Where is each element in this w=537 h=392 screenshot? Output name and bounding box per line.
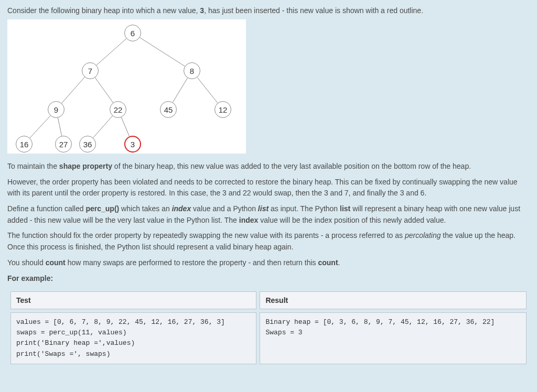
heap-edge [197, 78, 218, 103]
para-count: You should count how many swaps are perf… [7, 257, 530, 269]
para-percolate: The function should fix the order proper… [7, 230, 530, 253]
intro-part-c: , has just been inserted - this new valu… [204, 6, 423, 15]
heap-node-36: 36 [79, 136, 96, 153]
intro-bold: 3 [200, 6, 204, 15]
p4-b: percolating [405, 231, 441, 239]
p5-b: count [46, 258, 66, 267]
para-define: Define a function called perc_up() which… [7, 203, 530, 226]
heap-node-45: 45 [160, 101, 177, 118]
question-page: Consider the following binary heap into … [0, 0, 537, 373]
intro-text: Consider the following binary heap into … [7, 5, 530, 16]
heap-node-6: 6 [124, 25, 141, 41]
p1-b: shape property [59, 162, 112, 170]
for-example-label: For example: [7, 273, 530, 285]
heap-edge [121, 117, 130, 137]
p1-c: of the binary heap, this new value was a… [112, 162, 471, 170]
heap-edges-svg [7, 19, 246, 154]
intro-part-a: Consider the following binary heap into … [7, 6, 200, 15]
example-table: Test Result values = [0, 6, 7, 8, 9, 22,… [7, 288, 530, 367]
p3-b: perc_up() [85, 204, 119, 213]
heap-node-8: 8 [184, 62, 200, 79]
p4-a: The function should fix the order proper… [7, 231, 405, 239]
test-code: values = [0, 6, 7, 8, 9, 22, 45, 12, 16,… [16, 317, 251, 360]
heap-edge [173, 78, 187, 103]
para-shape: To maintain the shape property of the bi… [7, 161, 530, 172]
p3-d: index [172, 204, 191, 213]
heap-edge [58, 118, 61, 136]
p3-c: which takes an [119, 204, 171, 213]
heap-edge [139, 38, 185, 67]
td-test: values = [0, 6, 7, 8, 9, 22, 45, 12, 16,… [10, 312, 256, 364]
heap-edge [93, 116, 113, 138]
heap-node-7: 7 [82, 62, 99, 79]
p3-e: value and a Python [191, 204, 258, 213]
result-code: Binary heap = [0, 3, 6, 8, 9, 7, 45, 12,… [265, 317, 521, 338]
heap-node-12: 12 [214, 101, 231, 118]
heap-node-27: 27 [55, 136, 72, 153]
p5-c: how many swaps are performed to restore … [66, 258, 318, 267]
heap-node-22: 22 [110, 101, 126, 118]
p3-a: Define a function called [7, 204, 85, 213]
p5-e: . [338, 258, 340, 267]
heap-node-16: 16 [16, 136, 33, 153]
th-test: Test [10, 291, 256, 309]
heap-edge [95, 78, 113, 103]
heap-edge [96, 39, 126, 66]
heap-edge [62, 77, 85, 103]
p5-a: You should [7, 258, 46, 267]
th-result: Result [260, 291, 527, 309]
p1-a: To maintain the [7, 162, 59, 170]
heap-edge [30, 116, 50, 138]
para-order-violation: However, the order property has been vio… [7, 177, 530, 199]
p5-d: count [318, 258, 338, 267]
heap-diagram: 67892245121627363 [7, 19, 246, 154]
p3-j: index [239, 216, 259, 224]
p3-f: list [258, 204, 268, 213]
td-result: Binary heap = [0, 3, 6, 8, 9, 7, 45, 12,… [260, 312, 527, 364]
for-example-bold: For example: [7, 274, 53, 282]
p3-k: value will be the index position of this… [258, 216, 446, 224]
p3-g: as input. The Python [268, 204, 340, 213]
heap-node-3: 3 [124, 136, 141, 153]
p3-h: list [340, 204, 350, 213]
heap-node-9: 9 [48, 101, 65, 118]
